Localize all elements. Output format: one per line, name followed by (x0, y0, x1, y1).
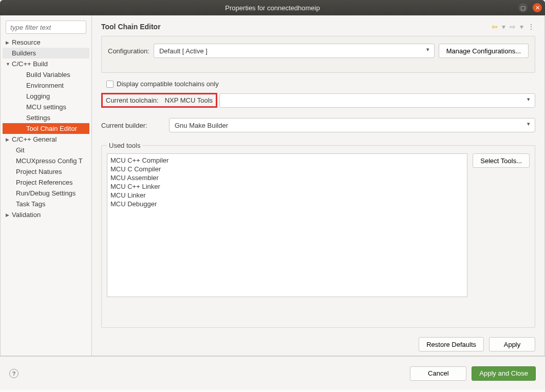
tree-ccgeneral[interactable]: ▶ C/C++ General (3, 134, 89, 145)
apply-button[interactable]: Apply (489, 337, 535, 351)
builder-select[interactable]: Gnu Make Builder (169, 118, 535, 132)
maximize-button[interactable]: ▢ (518, 3, 528, 12)
back-dropdown-icon[interactable]: ▾ (502, 23, 505, 31)
header-row: Tool Chain Editor ⇦ ▾ ⇨ ▾ ⋮ (101, 23, 535, 31)
tree-resource[interactable]: ▶ Resource (3, 37, 89, 48)
tree-mcuxpresso[interactable]: MCUXpresso Config T (3, 155, 89, 166)
configuration-box: Configuration: Default [ Active ] Manage… (101, 36, 535, 73)
chevron-right-icon: ▶ (6, 137, 12, 142)
restore-defaults-button[interactable]: Restore Defaults (419, 337, 484, 351)
used-tools-side: Select Tools... (473, 153, 530, 322)
tree-label: Build Variables (26, 71, 70, 79)
configuration-select[interactable]: Default [ Active ] (154, 44, 435, 58)
builder-label: Current builder: (101, 122, 164, 129)
display-compat-row[interactable]: Display compatible toolchains only (106, 80, 535, 88)
configuration-label: Configuration: (108, 47, 149, 55)
cancel-button[interactable]: Cancel (410, 366, 466, 381)
tree-label: Environment (26, 82, 64, 89)
tree-label: Validation (12, 211, 41, 219)
tree-label: Project Natures (16, 168, 62, 175)
manage-configurations-button[interactable]: Manage Configurations... (439, 44, 529, 58)
tree-builders[interactable]: ▶ Builders (3, 48, 89, 58)
dialog-footer-right: Cancel Apply and Close (410, 366, 536, 381)
window-controls: ▢ ✕ (518, 3, 542, 12)
tree-run-debug[interactable]: Run/Debug Settings (3, 188, 89, 199)
tree-logging[interactable]: Logging (3, 91, 89, 102)
display-compat-checkbox[interactable] (106, 81, 114, 88)
tree-build-variables[interactable]: Build Variables (3, 69, 89, 80)
used-tool-item[interactable]: MCU C Compiler (110, 165, 464, 173)
tree-settings[interactable]: Settings (3, 112, 89, 123)
window-title: Properties for connectedhomeip (225, 4, 320, 12)
window-body: ▶ Resource ▶ Builders ▼ C/C++ Build Buil… (0, 15, 545, 356)
toolchain-highlight: Current toolchain: NXP MCU Tools (101, 93, 217, 108)
builder-value: Gnu Make Builder (169, 118, 535, 132)
dialog-footer: ? Cancel Apply and Close (0, 356, 545, 390)
toolchain-select[interactable] (219, 93, 535, 108)
close-button[interactable]: ✕ (533, 3, 542, 12)
used-tools-list[interactable]: MCU C++ CompilerMCU C CompilerMCU Assemb… (107, 153, 467, 297)
tree-label: C/C++ General (12, 135, 57, 143)
used-tools-fieldset: Used tools MCU C++ CompilerMCU C Compile… (101, 142, 535, 328)
tree-project-natures[interactable]: Project Natures (3, 166, 89, 177)
used-tool-item[interactable]: MCU C++ Linker (110, 182, 464, 191)
tree-label: Run/Debug Settings (16, 189, 76, 197)
apply-and-close-button[interactable]: Apply and Close (472, 366, 536, 381)
select-tools-button[interactable]: Select Tools... (473, 153, 530, 168)
used-tools-legend: Used tools (107, 142, 142, 149)
toolchain-combo (219, 93, 535, 108)
header-icons: ⇦ ▾ ⇨ ▾ ⋮ (492, 23, 535, 31)
tree-environment[interactable]: Environment (3, 80, 89, 91)
chevron-right-icon: ▶ (6, 40, 12, 45)
tree-project-references[interactable]: Project References (3, 177, 89, 188)
restore-defaults-label: Restore Defaults (426, 341, 476, 348)
used-tool-item[interactable]: MCU C++ Compiler (110, 156, 464, 165)
used-tool-item[interactable]: MCU Assembler (110, 173, 464, 182)
main-panel: Tool Chain Editor ⇦ ▾ ⇨ ▾ ⋮ Configuratio… (92, 15, 544, 356)
chevron-right-icon: ▶ (6, 212, 12, 218)
tree-label: Task Tags (16, 200, 46, 208)
used-tool-item[interactable]: MCU Debugger (110, 200, 464, 208)
chevron-down-icon: ▼ (6, 62, 12, 67)
tree-task-tags[interactable]: Task Tags (3, 199, 89, 209)
sidebar: ▶ Resource ▶ Builders ▼ C/C++ Build Buil… (1, 15, 92, 356)
tree-git[interactable]: Git (3, 145, 89, 155)
tree-label: Settings (26, 114, 50, 122)
toolchain-row: Current toolchain: NXP MCU Tools (101, 93, 535, 108)
tree-validation[interactable]: ▶ Validation (3, 209, 89, 220)
tree-ccbuild[interactable]: ▼ C/C++ Build (3, 58, 89, 69)
help-icon[interactable]: ? (9, 369, 18, 378)
tree-label: Builders (12, 49, 36, 57)
tree-label: Logging (26, 92, 50, 100)
toolchain-label: Current toolchain: (106, 96, 159, 104)
tree-label: Project References (16, 179, 73, 186)
titlebar: Properties for connectedhomeip ▢ ✕ (0, 0, 545, 15)
tree-toolchain-editor[interactable]: Tool Chain Editor (3, 123, 89, 134)
tree-label: Resource (12, 38, 41, 46)
back-arrow-icon[interactable]: ⇦ (492, 23, 498, 31)
tree-label: Tool Chain Editor (26, 125, 77, 132)
apply-label: Apply (504, 341, 521, 348)
tree-label: Git (16, 146, 25, 154)
filter-input[interactable] (6, 21, 86, 34)
display-compat-label: Display compatible toolchains only (117, 80, 219, 88)
forward-dropdown-icon[interactable]: ▾ (520, 23, 523, 31)
configuration-value: Default [ Active ] (154, 44, 435, 58)
tree-label: C/C++ Build (12, 60, 48, 68)
page-title: Tool Chain Editor (101, 23, 161, 31)
used-tool-item[interactable]: MCU Linker (110, 191, 464, 200)
tree: ▶ Resource ▶ Builders ▼ C/C++ Build Buil… (3, 37, 89, 354)
page-footer-buttons: Restore Defaults Apply (101, 337, 535, 351)
forward-arrow-icon[interactable]: ⇨ (510, 23, 516, 31)
menu-dots-icon[interactable]: ⋮ (528, 23, 535, 31)
toolchain-value-text: NXP MCU Tools (163, 96, 213, 104)
builder-row: Current builder: Gnu Make Builder (101, 118, 535, 132)
tree-mcu-settings[interactable]: MCU settings (3, 102, 89, 112)
tree-label: MCUXpresso Config T (16, 157, 83, 165)
tree-label: MCU settings (26, 103, 66, 111)
